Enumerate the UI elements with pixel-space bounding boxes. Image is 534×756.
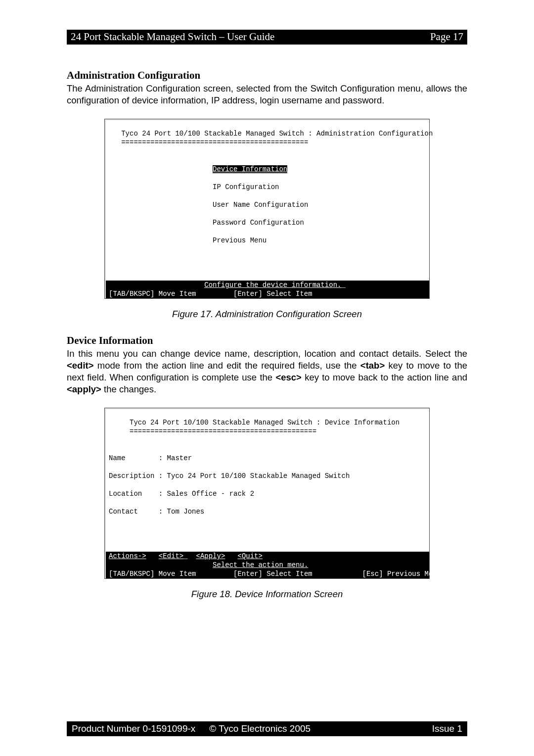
term2-nav-hints: [TAB/BKSPC] Move Item [Enter] Select Ite… [106, 569, 429, 578]
term1-menu-user-name[interactable]: User Name Configuration [106, 200, 429, 209]
term1-hint-line: Configure the device information._ [106, 281, 429, 289]
term1-menu-password[interactable]: Password Configuration [106, 218, 429, 227]
section-body-admin-config: The Administration Configuration screen,… [67, 83, 467, 106]
section-heading-admin-config: Administration Configuration [67, 69, 467, 82]
term2-hint-top: Select the action menu. [106, 561, 429, 569]
term2-title: Tyco 24 Port 10/100 Stackable Managed Sw… [106, 418, 429, 427]
term1-menu-ip-config[interactable]: IP Configuration [106, 183, 429, 191]
term2-field-name[interactable]: Name : Master [106, 454, 429, 463]
term1-menu-device-info[interactable]: Device Information [106, 165, 429, 174]
footer-issue: Issue 1 [432, 723, 462, 734]
term2-field-contact[interactable]: Contact : Tom Jones [106, 507, 429, 516]
footer-product-number: Product Number 0-1591099-x [72, 723, 195, 734]
term2-actions-line: Actions-> <Edit>_ <Apply> <Quit> [106, 552, 429, 561]
section-body-device-info: In this menu you can change device name,… [67, 348, 467, 395]
term2-action-apply[interactable]: <Apply> [196, 552, 225, 560]
terminal-device-info: Tyco 24 Port 10/100 Stackable Managed Sw… [104, 408, 430, 579]
term1-nav-hints: [TAB/BKSPC] Move Item [Enter] Select Ite… [106, 289, 429, 298]
page: 24 Port Stackable Managed Switch – User … [0, 0, 534, 756]
term2-action-edit[interactable]: <Edit> [159, 552, 183, 560]
header-title: 24 Port Stackable Managed Switch – User … [71, 31, 274, 43]
figure-caption-17: Figure 17. Administration Configuration … [67, 309, 467, 320]
term1-menu-previous[interactable]: Previous Menu [106, 236, 429, 245]
section-heading-device-info: Device Information [67, 334, 467, 347]
term2-field-location[interactable]: Location : Sales Office - rack 2 [106, 489, 429, 498]
page-footer-bar: Product Number 0-1591099-x © Tyco Electr… [67, 721, 467, 736]
term2-field-description[interactable]: Description : Tyco 24 Port 10/100 Stacka… [106, 472, 429, 480]
header-page-number: Page 17 [430, 31, 463, 43]
term2-rule: ========================================… [106, 427, 429, 436]
term2-action-quit[interactable]: <Quit> [238, 552, 263, 560]
term1-title: Tyco 24 Port 10/100 Stackable Managed Sw… [106, 129, 429, 138]
figure-caption-18: Figure 18. Device Information Screen [67, 589, 467, 600]
page-header-bar: 24 Port Stackable Managed Switch – User … [67, 30, 467, 45]
footer-copyright: © Tyco Electronics 2005 [209, 723, 311, 734]
terminal-admin-config: Tyco 24 Port 10/100 Stackable Managed Sw… [104, 119, 430, 299]
term1-rule: ========================================… [106, 138, 429, 147]
